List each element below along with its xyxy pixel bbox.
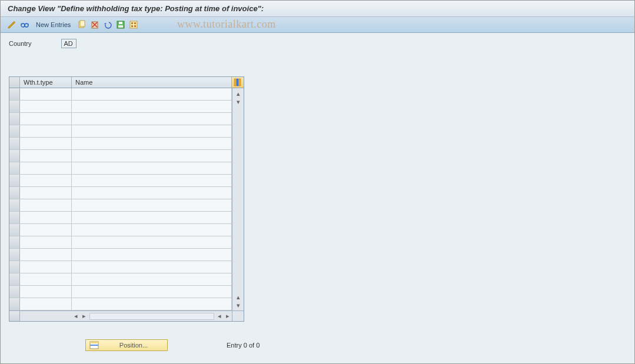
row-selector[interactable] (9, 249, 20, 261)
hscroll-track[interactable] (89, 313, 214, 320)
cell-wth-type[interactable] (20, 162, 72, 174)
row-selector[interactable] (9, 199, 20, 211)
cell-name[interactable] (72, 236, 232, 248)
svg-rect-8 (130, 21, 137, 28)
cell-name[interactable] (72, 125, 232, 137)
scroll-left-end-icon[interactable]: ◂ (215, 312, 224, 320)
row-selector[interactable] (9, 298, 20, 310)
table-row (9, 224, 232, 236)
table-row (9, 261, 232, 273)
table-row (9, 101, 232, 113)
column-header-wth-type[interactable]: Wth.t.type (20, 77, 72, 88)
column-header-name[interactable]: Name (72, 77, 232, 88)
row-selector[interactable] (9, 261, 20, 273)
svg-rect-15 (239, 79, 241, 86)
configure-columns-icon[interactable] (232, 77, 244, 88)
watermark: www.tutorialkart.com (177, 18, 276, 31)
cell-wth-type[interactable] (20, 199, 72, 211)
select-all-header[interactable] (9, 77, 20, 88)
cell-name[interactable] (72, 261, 232, 273)
row-selector[interactable] (9, 162, 20, 174)
scroll-right-small-icon[interactable]: ▸ (80, 312, 88, 320)
svg-rect-18 (90, 345, 98, 346)
row-selector[interactable] (9, 101, 20, 112)
svg-rect-10 (134, 22, 136, 24)
scroll-up-icon[interactable]: ▴ (234, 89, 242, 98)
row-selector[interactable] (9, 236, 20, 248)
svg-rect-13 (234, 79, 236, 86)
cell-name[interactable] (72, 212, 232, 223)
cell-wth-type[interactable] (20, 113, 72, 125)
page-title: Change View "Define withholding tax type… (1, 1, 634, 17)
cell-name[interactable] (72, 162, 232, 174)
country-value: AD (61, 39, 77, 48)
cell-wth-type[interactable] (20, 249, 72, 261)
cell-name[interactable] (72, 286, 232, 298)
undo-icon[interactable] (102, 19, 113, 30)
svg-rect-11 (131, 25, 133, 27)
new-entries-button[interactable]: New Entries (32, 21, 74, 28)
cell-wth-type[interactable] (20, 150, 72, 162)
cell-wth-type[interactable] (20, 138, 72, 149)
cell-name[interactable] (72, 150, 232, 162)
row-selector[interactable] (9, 224, 20, 236)
cell-wth-type[interactable] (20, 187, 72, 199)
row-selector[interactable] (9, 138, 20, 149)
cell-wth-type[interactable] (20, 175, 72, 186)
row-selector[interactable] (9, 175, 20, 186)
cell-wth-type[interactable] (20, 88, 72, 100)
cell-wth-type[interactable] (20, 273, 72, 285)
cell-wth-type[interactable] (20, 286, 72, 298)
scroll-down-icon[interactable]: ▾ (234, 301, 242, 309)
toolbar: New Entries www.tutorialkart.com (1, 17, 634, 33)
row-selector[interactable] (9, 273, 20, 285)
cell-name[interactable] (72, 101, 232, 112)
cell-name[interactable] (72, 88, 232, 100)
cell-name[interactable] (72, 273, 232, 285)
table-row (9, 298, 232, 310)
save-icon[interactable] (115, 19, 126, 30)
cell-wth-type[interactable] (20, 125, 72, 137)
cell-name[interactable] (72, 298, 232, 310)
delete-icon[interactable] (89, 19, 100, 30)
row-selector[interactable] (9, 113, 20, 125)
cell-wth-type[interactable] (20, 261, 72, 273)
copy-icon[interactable] (77, 19, 87, 30)
select-all-icon[interactable] (128, 19, 139, 30)
cell-name[interactable] (72, 199, 232, 211)
position-button[interactable]: Position... (85, 339, 168, 351)
cell-wth-type[interactable] (20, 224, 72, 236)
cell-wth-type[interactable] (20, 212, 72, 223)
cell-name[interactable] (72, 249, 232, 261)
cell-wth-type[interactable] (20, 298, 72, 310)
table-row (9, 286, 232, 298)
vertical-scrollbar[interactable]: ▴ ▾ ▴ ▾ (232, 88, 244, 310)
horizontal-scrollbar[interactable]: ◂ ▸ ◂ ▸ (9, 310, 244, 321)
country-row: Country AD (9, 39, 626, 48)
table-row (9, 236, 232, 249)
scroll-left-icon[interactable]: ◂ (72, 312, 80, 320)
row-selector[interactable] (9, 187, 20, 199)
scroll-right-icon[interactable]: ▸ (224, 312, 232, 320)
table-row (9, 249, 232, 261)
cell-wth-type[interactable] (20, 236, 72, 248)
row-selector[interactable] (9, 212, 20, 223)
cell-name[interactable] (72, 187, 232, 199)
glasses-icon[interactable] (19, 19, 30, 30)
table-row (9, 175, 232, 187)
cell-name[interactable] (72, 224, 232, 236)
svg-rect-6 (119, 22, 122, 24)
row-selector[interactable] (9, 150, 20, 162)
table-row (9, 125, 232, 138)
cell-name[interactable] (72, 138, 232, 149)
table-row (9, 88, 232, 101)
cell-wth-type[interactable] (20, 101, 72, 112)
scroll-down-small-icon[interactable]: ▾ (234, 98, 242, 106)
row-selector[interactable] (9, 286, 20, 298)
cell-name[interactable] (72, 175, 232, 186)
scroll-up-bottom-icon[interactable]: ▴ (234, 293, 242, 301)
row-selector[interactable] (9, 125, 20, 137)
row-selector[interactable] (9, 88, 20, 100)
change-icon[interactable] (6, 19, 17, 30)
cell-name[interactable] (72, 113, 232, 125)
